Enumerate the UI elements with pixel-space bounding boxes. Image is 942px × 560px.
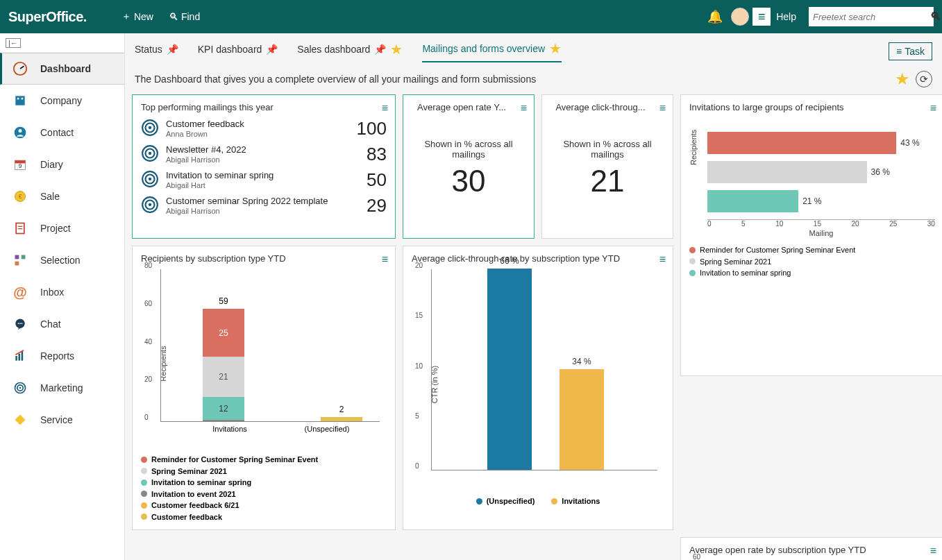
search-box[interactable]: 🔍︎	[809, 7, 934, 26]
bell-icon[interactable]: 🔔	[703, 4, 727, 29]
sidebar-item-label: Service	[40, 414, 73, 425]
mailing-row[interactable]: Customer seminar Spring 2022 templateAbi…	[141, 195, 387, 217]
svg-rect-23	[22, 351, 24, 360]
new-button[interactable]: ＋New	[121, 10, 153, 23]
task-button[interactable]: ≡Task	[889, 42, 932, 60]
svg-rect-12	[18, 226, 23, 227]
svg-rect-22	[19, 354, 21, 361]
card-title: Invitations to large groups of recipient…	[689, 102, 935, 112]
mailing-name: Invitation to seminar spring	[166, 170, 360, 181]
sidebar-item-dashboard[interactable]: Dashboard	[0, 53, 124, 85]
mailing-author: Abigail Harrison	[166, 155, 360, 164]
plus-icon: ＋	[121, 10, 131, 23]
card-menu-icon[interactable]: ≡	[930, 102, 936, 114]
category-label: (Unspecified)	[299, 425, 355, 433]
mailing-author: Abigail Hart	[166, 181, 360, 190]
refresh-icon[interactable]: ⟳	[916, 71, 932, 87]
svg-point-5	[19, 129, 22, 133]
menu-icon[interactable]: ≡	[752, 8, 771, 26]
mailing-author: Abigail Harrison	[166, 207, 360, 216]
card-title: Top performing mailings this year	[141, 102, 387, 112]
y-axis-label: Recipients	[689, 130, 698, 165]
pin-icon: 📌	[167, 44, 178, 55]
card-subtitle: Shown in % across all mailings	[412, 139, 525, 160]
sidebar-item-label: Diary	[40, 159, 63, 170]
person-icon	[12, 125, 28, 140]
content: Status📌 KPI dashboard📌 Sales dashboard📌★…	[125, 33, 942, 560]
find-button[interactable]: 🔍︎Find	[169, 11, 200, 22]
collapse-sidebar[interactable]: |←	[0, 33, 124, 53]
bar-label: 43 %	[900, 138, 919, 148]
dashboard-description: The Dashboard that gives you a complete …	[135, 74, 536, 85]
svg-point-29	[149, 126, 151, 128]
card-menu-icon[interactable]: ≡	[659, 253, 666, 266]
card-title: Average click-throug...	[550, 102, 664, 112]
card-menu-icon[interactable]: ≡	[382, 102, 388, 114]
mailing-value: 50	[367, 169, 387, 191]
sidebar-item-label: Marketing	[40, 382, 83, 393]
card-menu-icon[interactable]: ≡	[382, 253, 388, 266]
chart-legend: (Unspecified) Invitations	[412, 497, 664, 505]
sidebar-item-label: Inbox	[40, 287, 64, 298]
search-go-icon[interactable]: 🔍︎	[930, 10, 941, 23]
pin-icon: 📌	[374, 44, 386, 55]
card-menu-icon[interactable]: ≡	[521, 102, 527, 114]
sidebar: |← Dashboard Company Contact 9Diary €Sal…	[0, 33, 125, 560]
mailing-value: 100	[357, 118, 387, 139]
svg-rect-14	[15, 255, 19, 260]
pin-icon: 📌	[266, 44, 278, 55]
tag-icon	[12, 412, 28, 427]
svg-point-26	[19, 387, 22, 389]
recipients-subscription-card: ≡ Recipients by subscription type YTD Re…	[132, 246, 396, 530]
svg-rect-13	[18, 228, 23, 229]
sidebar-item-marketing[interactable]: Marketing	[0, 372, 124, 404]
card-menu-icon[interactable]: ≡	[930, 545, 936, 557]
card-title: Average open rate Y...	[412, 102, 525, 112]
svg-text:9: 9	[19, 162, 22, 169]
topbar: SuperOffice. ＋New 🔍︎Find 🔔 ≡ Help 🔍︎	[0, 0, 942, 33]
sidebar-item-label: Sale	[40, 191, 60, 202]
open-rate-card: ≡ Average open rate Y... Shown in % acro…	[403, 94, 535, 239]
tab-kpi[interactable]: KPI dashboard📌	[198, 44, 278, 59]
svg-point-18	[18, 323, 19, 324]
svg-rect-16	[15, 262, 19, 266]
tab-mailings[interactable]: Mailings and forms overview★	[422, 40, 562, 62]
svg-rect-1	[15, 96, 24, 105]
x-axis: 051015202530	[707, 219, 935, 228]
target-icon	[12, 380, 28, 396]
ctr-chart: CTR (in %) 05101520 66 % 34 %	[412, 269, 664, 491]
favorite-icon[interactable]: ★	[895, 69, 910, 89]
svg-point-20	[22, 323, 23, 324]
sidebar-item-reports[interactable]: Reports	[0, 340, 124, 372]
mailing-value: 29	[367, 195, 387, 217]
mailing-row[interactable]: Newsletter #4, 2022Abigail Harrison 83	[141, 144, 387, 165]
card-subtitle: Shown in % across all mailings	[550, 139, 664, 160]
top-mailings-card: ≡ Top performing mailings this year Cust…	[132, 94, 396, 239]
star-icon: ★	[549, 40, 562, 57]
tab-sales[interactable]: Sales dashboard📌★	[297, 41, 403, 62]
card-title: Recipients by subscription type YTD	[141, 253, 387, 264]
card-menu-icon[interactable]: ≡	[659, 102, 666, 114]
sidebar-item-inbox[interactable]: @Inbox	[0, 276, 124, 308]
mailing-name: Customer feedback	[166, 119, 350, 130]
sidebar-item-project[interactable]: Project	[0, 212, 124, 244]
sidebar-item-service[interactable]: Service	[0, 404, 124, 436]
tab-status[interactable]: Status📌	[135, 44, 178, 59]
sidebar-item-selection[interactable]: Selection	[0, 244, 124, 276]
chart-icon	[12, 348, 28, 364]
sidebar-item-diary[interactable]: 9Diary	[0, 149, 124, 180]
click-rate-card: ≡ Average click-throug... Shown in % acr…	[541, 94, 673, 239]
mailing-row[interactable]: Invitation to seminar springAbigail Hart…	[141, 169, 387, 191]
sidebar-item-contact[interactable]: Contact	[0, 117, 124, 149]
sidebar-item-label: Chat	[40, 319, 61, 330]
target-icon	[141, 196, 159, 217]
sidebar-item-chat[interactable]: Chat	[0, 308, 124, 340]
sidebar-item-sale[interactable]: €Sale	[0, 180, 124, 212]
mailing-row[interactable]: Customer feedbackAnna Brown 100	[141, 118, 387, 139]
svg-rect-3	[22, 98, 24, 100]
avatar[interactable]	[727, 4, 752, 29]
search-input[interactable]	[813, 12, 930, 22]
help-link[interactable]: Help	[776, 4, 796, 29]
search-icon: 🔍︎	[169, 11, 178, 22]
sidebar-item-company[interactable]: Company	[0, 85, 124, 117]
